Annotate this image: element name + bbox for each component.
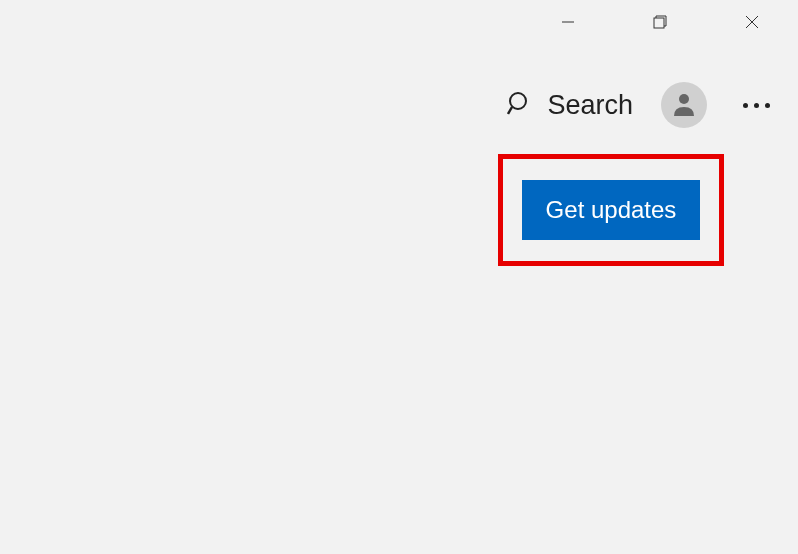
svg-rect-1: [654, 18, 664, 28]
dot-icon: [765, 103, 770, 108]
close-button[interactable]: [706, 0, 798, 48]
get-updates-button[interactable]: Get updates: [522, 180, 701, 240]
dot-icon: [743, 103, 748, 108]
search-icon: [507, 90, 533, 120]
svg-line-5: [508, 107, 512, 114]
minimize-button[interactable]: [522, 0, 614, 48]
close-icon: [745, 15, 759, 33]
search-button[interactable]: Search: [507, 90, 633, 121]
minimize-icon: [561, 15, 575, 33]
svg-point-6: [679, 94, 689, 104]
dot-icon: [754, 103, 759, 108]
svg-point-4: [510, 93, 526, 109]
person-icon: [670, 89, 698, 121]
highlight-annotation: Get updates: [498, 154, 724, 266]
maximize-icon: [653, 15, 667, 33]
maximize-button[interactable]: [614, 0, 706, 48]
avatar[interactable]: [661, 82, 707, 128]
search-label: Search: [547, 90, 633, 121]
app-toolbar: Search: [507, 82, 778, 128]
more-button[interactable]: [735, 95, 778, 116]
window-titlebar: [522, 0, 798, 48]
